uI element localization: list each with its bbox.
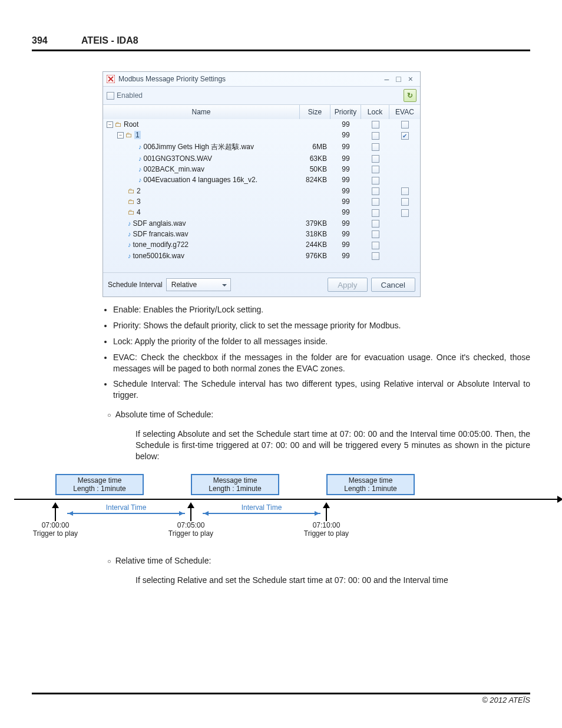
- cell-priority[interactable]: 99: [330, 119, 361, 130]
- cell-lock[interactable]: [361, 218, 389, 229]
- cell-lock[interactable]: [361, 141, 389, 152]
- tree-row[interactable]: −🗀Root99: [103, 119, 420, 130]
- cell-priority[interactable]: 99: [330, 207, 361, 218]
- lock-checkbox[interactable]: [372, 209, 379, 217]
- col-name[interactable]: Name: [103, 105, 300, 119]
- lock-checkbox[interactable]: [372, 155, 379, 163]
- expand-toggle[interactable]: −: [107, 121, 113, 128]
- lock-checkbox[interactable]: [372, 198, 379, 206]
- tree-item-label: 1: [134, 131, 141, 139]
- lock-checkbox[interactable]: [372, 121, 379, 129]
- cell-lock[interactable]: [361, 119, 389, 130]
- maximize-button[interactable]: □: [392, 74, 404, 84]
- evac-checkbox[interactable]: [401, 209, 409, 217]
- lock-checkbox[interactable]: [372, 166, 379, 173]
- tree-row[interactable]: ♪006Jimmy Gets High 吉米超駭.wav6MB99: [103, 141, 420, 153]
- enabled-checkbox[interactable]: [107, 92, 114, 100]
- tree-row[interactable]: ♪tone_modify.g722244KB99: [103, 239, 420, 250]
- sub-absolute-head: Absolute time of Schedule:: [118, 409, 530, 420]
- cell-evac[interactable]: [389, 222, 420, 225]
- evac-checkbox[interactable]: [401, 121, 409, 129]
- expand-toggle[interactable]: −: [117, 132, 124, 139]
- message-box-1: Message timeLength : 1minute: [55, 474, 144, 495]
- cell-size: 824KB: [300, 174, 330, 185]
- cell-priority[interactable]: 99: [330, 164, 361, 174]
- cell-lock[interactable]: [361, 130, 389, 140]
- cell-evac[interactable]: [389, 157, 420, 160]
- cell-lock[interactable]: [361, 174, 389, 185]
- cell-lock[interactable]: [361, 239, 389, 250]
- cell-evac[interactable]: [389, 119, 420, 130]
- cell-evac[interactable]: [389, 168, 420, 170]
- cell-size: 379KB: [300, 218, 330, 229]
- cell-priority[interactable]: 99: [330, 218, 361, 229]
- grid-header: Name Size Priority Lock EVAC: [103, 105, 420, 119]
- cell-lock[interactable]: [361, 196, 389, 207]
- cell-evac[interactable]: [389, 233, 420, 235]
- cell-priority[interactable]: 99: [330, 229, 361, 239]
- evac-checkbox[interactable]: [401, 198, 409, 206]
- cell-lock[interactable]: [361, 153, 389, 164]
- lock-checkbox[interactable]: [372, 177, 379, 185]
- folder-icon: 🗀: [128, 208, 135, 216]
- cell-priority[interactable]: 99: [330, 251, 361, 261]
- tree-row[interactable]: ♪SDF francais.wav318KB99: [103, 229, 420, 239]
- lock-checkbox[interactable]: [372, 242, 379, 249]
- tree-item-label: SDF francais.wav: [133, 230, 189, 238]
- cell-lock[interactable]: [361, 229, 389, 239]
- evac-checkbox[interactable]: [401, 132, 409, 140]
- cell-evac[interactable]: [389, 130, 420, 140]
- relative-paragraph: If selecting Relative and set the Schedu…: [135, 575, 530, 586]
- lock-checkbox[interactable]: [372, 132, 379, 140]
- bullet-evac: EVAC: Check the checkbox if the messages…: [113, 352, 530, 374]
- cell-evac[interactable]: [389, 186, 420, 196]
- cell-lock[interactable]: [361, 186, 389, 196]
- tree-item-label: 3: [137, 197, 141, 206]
- cell-priority[interactable]: 99: [330, 141, 361, 152]
- refresh-button[interactable]: ↻: [404, 89, 416, 102]
- apply-button[interactable]: Apply: [328, 278, 367, 292]
- tree-row[interactable]: −🗀199: [103, 130, 420, 140]
- col-lock[interactable]: Lock: [361, 105, 389, 119]
- col-size[interactable]: Size: [300, 105, 330, 119]
- tree-row[interactable]: 🗀499: [103, 207, 420, 218]
- tree-view[interactable]: −🗀Root99−🗀199♪006Jimmy Gets High 吉米超駭.wa…: [103, 119, 420, 272]
- cell-evac[interactable]: [389, 196, 420, 207]
- tree-row[interactable]: ♪004Evacuation 4 languages 16k_v2.824KB9…: [103, 174, 420, 185]
- schedule-interval-dropdown[interactable]: Relative: [166, 278, 231, 291]
- cell-evac[interactable]: [389, 179, 420, 181]
- cell-evac[interactable]: [389, 207, 420, 218]
- lock-checkbox[interactable]: [372, 187, 379, 195]
- tree-row[interactable]: ♪001GNG3TONS.WAV63KB99: [103, 153, 420, 164]
- cell-evac[interactable]: [389, 146, 420, 148]
- cell-lock[interactable]: [361, 164, 389, 174]
- lock-checkbox[interactable]: [372, 230, 379, 238]
- cell-size: 50KB: [300, 164, 330, 174]
- tree-row[interactable]: ♪002BACK_min.wav50KB99: [103, 164, 420, 174]
- cell-evac[interactable]: [389, 255, 420, 257]
- tree-item-label: tone_modify.g722: [133, 241, 189, 249]
- cell-size: 63KB: [300, 153, 330, 164]
- evac-checkbox[interactable]: [401, 187, 409, 195]
- minimize-button[interactable]: –: [381, 74, 393, 84]
- close-button[interactable]: ×: [405, 74, 416, 84]
- col-evac[interactable]: EVAC: [389, 105, 420, 119]
- cell-priority[interactable]: 99: [330, 153, 361, 164]
- col-priority[interactable]: Priority: [330, 105, 361, 119]
- tree-row[interactable]: ♪tone50016k.wav976KB99: [103, 251, 420, 261]
- cell-priority[interactable]: 99: [330, 174, 361, 185]
- cell-priority[interactable]: 99: [330, 130, 361, 140]
- cell-lock[interactable]: [361, 207, 389, 218]
- lock-checkbox[interactable]: [372, 220, 379, 228]
- tree-row[interactable]: 🗀399: [103, 196, 420, 207]
- tree-row[interactable]: 🗀299: [103, 186, 420, 196]
- lock-checkbox[interactable]: [372, 143, 379, 151]
- cell-lock[interactable]: [361, 251, 389, 261]
- lock-checkbox[interactable]: [372, 252, 379, 260]
- tree-row[interactable]: ♪SDF anglais.wav379KB99: [103, 218, 420, 229]
- cell-priority[interactable]: 99: [330, 186, 361, 196]
- cell-priority[interactable]: 99: [330, 196, 361, 207]
- cell-evac[interactable]: [389, 243, 420, 246]
- cell-priority[interactable]: 99: [330, 239, 361, 250]
- cancel-button[interactable]: Cancel: [371, 278, 416, 292]
